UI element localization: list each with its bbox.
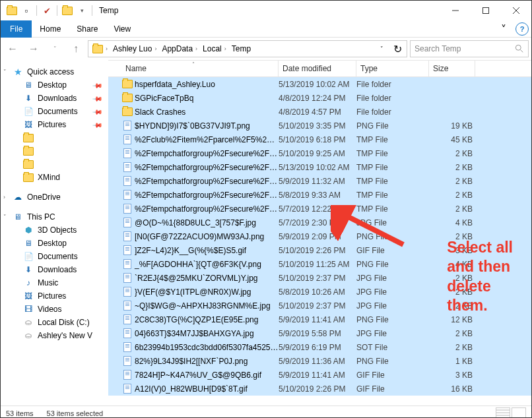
file-row[interactable]: A12I(V)0_H82WBUH[D9$`8T.gif5/10/2019 2:2… — [108, 382, 531, 396]
file-row[interactable]: %2Ftempchatforgroup%2Fsecure%2Fget...5/8… — [108, 188, 531, 202]
crumb-2[interactable]: Local› — [200, 44, 229, 53]
file-row[interactable]: $HYDND]9)I7$`0BG37VJI9T.png5/10/2019 3:3… — [108, 119, 531, 133]
up-button[interactable]: ↑ — [67, 40, 85, 58]
file-name: _%F[AGDOHHA`]{QT@6F3K{V.png — [133, 260, 279, 269]
thumbnails-view-button[interactable] — [512, 407, 526, 419]
column-size[interactable]: Size — [429, 61, 475, 76]
this-pc-header[interactable]: ˅🖥This PC — [1, 210, 108, 224]
recent-chevron-icon[interactable]: ˅ — [46, 40, 64, 58]
sidebar-pc-item[interactable]: ⛀Local Disk (C:) — [1, 316, 108, 329]
file-row[interactable]: %2Ftempchatforgroup%2Fsecure%2Fget...5/9… — [108, 174, 531, 188]
view-tab[interactable]: View — [106, 20, 139, 38]
file-row[interactable]: [N0(GF@72Z2ACUO9)MW93AJ.png5/9/2019 2:09… — [108, 229, 531, 243]
column-type[interactable]: Type — [356, 61, 429, 76]
file-size: 4 KB — [429, 260, 475, 269]
pin-icon: 📌 — [92, 93, 103, 104]
file-row[interactable]: 2C8C38)TG{%C]QZP1E(E95E.png5/9/2019 11:4… — [108, 313, 531, 326]
file-size: 19 KB — [429, 121, 475, 131]
sidebar-quick-item[interactable] — [1, 158, 108, 171]
quick-access-header[interactable]: ˅★Quick access — [1, 65, 108, 78]
file-row[interactable]: %2Ftempchatforgroup%2Fsecure%2Fget...5/7… — [108, 202, 531, 216]
file-date: 5/7/2019 12:22 PM — [279, 204, 356, 214]
properties-icon[interactable]: ▫ — [19, 3, 34, 18]
column-name[interactable]: Name˄ — [121, 61, 279, 76]
file-date: 5/10/2019 6:18 PM — [279, 135, 356, 144]
file-name: [N0(GF@72Z2ACUO9)MW93AJ.png — [133, 232, 279, 241]
sidebar-quick-item[interactable] — [1, 144, 108, 158]
search-input[interactable]: Search Temp — [410, 40, 529, 57]
sidebar-item-label: Documents — [38, 252, 78, 261]
breadcrumb-box[interactable]: › Ashley Luo› AppData› Local› Temp ˅ ↻ — [88, 40, 407, 57]
disk-icon: ⛀ — [23, 317, 34, 328]
sidebar-pc-item[interactable]: 🖼Pictures — [1, 289, 108, 303]
sidebar-pc-item[interactable]: ⬢3D Objects — [1, 224, 108, 237]
file-row[interactable]: ]Z2F~L4)2}K__G(%{%$E)S5.gif5/10/2019 2:2… — [108, 243, 531, 257]
sidebar-quick-item[interactable] — [1, 131, 108, 144]
file-row[interactable]: 6b23994b1953cdc3bdd06f5307fa4525.sot5/9/… — [108, 340, 531, 354]
file-row[interactable]: _%F[AGDOHHA`]{QT@6F3K{V.png5/10/2019 11:… — [108, 257, 531, 271]
chevron-down-icon[interactable]: ▾ — [75, 3, 89, 18]
share-tab[interactable]: Share — [69, 20, 106, 38]
file-row[interactable]: 7824H]P~K4A7%UV_G$@9QB6.gif5/9/2019 11:4… — [108, 368, 531, 382]
sidebar-pc-item[interactable]: ⬇Downloads — [1, 263, 108, 276]
column-date[interactable]: Date modified — [279, 61, 356, 76]
disk-icon: ⛀ — [23, 330, 34, 341]
file-row[interactable]: %2Ftempchatforgroup%2Fsecure%2Fget...5/1… — [108, 146, 531, 160]
close-button[interactable] — [501, 1, 531, 20]
file-row[interactable]: %2Ftempchatforgroup%2Fsecure%2Fget...5/1… — [108, 160, 531, 174]
sidebar-item-label: Desktop — [38, 80, 67, 90]
forward-button[interactable]: → — [24, 40, 43, 58]
sidebar-pc-item[interactable]: 📄Documents — [1, 250, 108, 263]
sidebar-item-label: XMind — [38, 173, 60, 182]
file-size: 2 KB — [429, 329, 475, 338]
column-headers[interactable]: Name˄ Date modified Type Size — [108, 60, 531, 77]
file-type: TMP File — [356, 135, 429, 144]
checkmark-icon[interactable]: ✔ — [40, 3, 54, 18]
details-view-button[interactable] — [496, 407, 510, 419]
back-button[interactable]: ← — [3, 40, 22, 58]
file-date: 5/10/2019 2:37 PM — [279, 301, 356, 311]
file-tab[interactable]: File — [1, 20, 32, 38]
file-type: PNG File — [356, 357, 429, 366]
documents-icon: 📄 — [23, 106, 34, 117]
help-icon[interactable]: ? — [515, 22, 529, 36]
file-row[interactable]: @O(D~%1{88D8ULC_3[757$F.jpg5/7/2019 2:30… — [108, 216, 531, 229]
minimize-button[interactable] — [440, 1, 471, 20]
onedrive-header[interactable]: ›☁OneDrive — [1, 191, 108, 204]
crumb-3[interactable]: Temp — [229, 44, 253, 53]
file-row[interactable]: 04}663T}$34M7JJ$BAHXGYA.jpg5/9/2019 5:58… — [108, 326, 531, 340]
file-row[interactable]: }V(EF(@$Y1(ITPL@NR0X)W.jpg5/8/2019 10:26… — [108, 285, 531, 299]
address-dropdown-icon[interactable]: ˅ — [374, 41, 389, 57]
crumb-1[interactable]: AppData› — [159, 44, 200, 53]
sidebar-pc-item[interactable]: ♪Music — [1, 276, 108, 289]
file-type: File folder — [356, 107, 429, 117]
maximize-button[interactable] — [471, 1, 501, 20]
refresh-icon[interactable]: ↻ — [389, 41, 405, 57]
sidebar-quick-item[interactable]: 🖼Pictures📌 — [1, 118, 108, 131]
file-row[interactable]: 82%}9L34J9$IH2[[NXF`P0J.png5/9/2019 11:3… — [108, 354, 531, 368]
file-size: 3 KB — [429, 246, 475, 255]
sidebar-quick-item[interactable]: ⬇Downloads📌 — [1, 92, 108, 105]
sidebar-pc-item[interactable]: 🖥Desktop — [1, 237, 108, 250]
file-type: PNG File — [356, 315, 429, 324]
file-row[interactable]: SGPicFaceTpBq4/8/2019 12:24 PMFile folde… — [108, 91, 531, 105]
crumb-0[interactable]: Ashley Luo› — [110, 44, 159, 53]
sidebar-quick-item[interactable]: 📄Documents📌 — [1, 105, 108, 118]
sidebar-quick-item[interactable]: 🖥Desktop📌 — [1, 78, 108, 92]
file-type: PNG File — [356, 260, 429, 269]
file-row[interactable]: Slack Crashes4/8/2019 4:57 PMFile folder — [108, 105, 531, 119]
file-date: 5/9/2019 11:36 AM — [279, 357, 356, 366]
file-row[interactable]: `R2EJ{4$@25MKU`ZORVML)Y.jpg5/10/2019 2:3… — [108, 271, 531, 285]
file-row[interactable]: ~Q}I$WG@~AHPXHJ83RGNM%E.jpg5/10/2019 2:3… — [108, 299, 531, 313]
file-row[interactable]: %2Fclub%2Fitem%2Fparcel%2F5%2F5c9...5/10… — [108, 133, 531, 146]
file-row[interactable]: hsperfdata_Ashley.Luo5/13/2019 10:02 AMF… — [108, 77, 531, 91]
file-icon — [121, 121, 133, 131]
sidebar-pc-item[interactable]: ⛀Ashley's New V — [1, 329, 108, 342]
expand-ribbon-icon[interactable]: ˅ — [497, 22, 510, 36]
sidebar-quick-item[interactable]: XMind — [1, 171, 108, 184]
sidebar-pc-item[interactable]: 🎞Videos — [1, 303, 108, 316]
file-list[interactable]: hsperfdata_Ashley.Luo5/13/2019 10:02 AMF… — [108, 77, 531, 405]
navigation-pane[interactable]: ˅★Quick access 🖥Desktop📌⬇Downloads📌📄Docu… — [1, 60, 108, 405]
home-tab[interactable]: Home — [32, 20, 69, 38]
folder-qat-icon[interactable] — [60, 3, 75, 18]
